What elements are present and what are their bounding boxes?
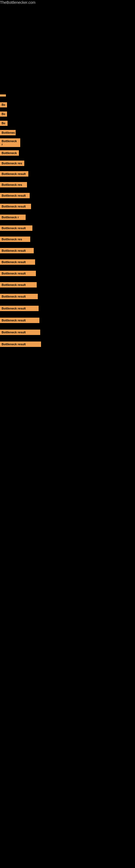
result-row-16: Bottleneck result — [0, 245, 135, 256]
result-label-7: Bottleneck — [0, 150, 19, 156]
result-row-3: Bo — [0, 109, 135, 119]
result-row-11: Bottleneck result — [0, 190, 135, 201]
result-row-2: Bo — [0, 100, 135, 109]
result-label-21: Bottleneck result — [0, 306, 39, 311]
result-row-22: Bottleneck result — [0, 314, 135, 326]
result-row-12: Bottleneck result — [0, 201, 135, 212]
result-label-3: Bo — [0, 112, 7, 117]
result-label-16: Bottleneck result — [0, 248, 34, 253]
result-row-1 — [0, 91, 135, 100]
result-label-19: Bottleneck result — [0, 282, 37, 287]
result-label-6: Bottleneck r — [0, 138, 20, 147]
result-label-13: Bottleneck r — [0, 215, 26, 220]
results-container: Bo Bo Bo Bottlenec Bottleneck r Bottlene… — [0, 90, 135, 350]
result-row-6: Bottleneck r — [0, 137, 135, 148]
result-label-24: Bottleneck result — [0, 341, 41, 347]
result-row-24: Bottleneck result — [0, 338, 135, 350]
result-row-8: Bottleneck res — [0, 158, 135, 168]
result-label-1 — [0, 94, 6, 97]
result-label-9: Bottleneck result — [0, 171, 28, 177]
result-label-20: Bottleneck result — [0, 294, 38, 299]
result-label-11: Bottleneck result — [0, 193, 30, 198]
site-title: TheBottlenecker.com — [0, 0, 135, 5]
result-label-10: Bottleneck res — [0, 182, 27, 187]
result-row-5: Bottlenec — [0, 128, 135, 137]
result-label-17: Bottleneck result — [0, 259, 35, 265]
result-label-8: Bottleneck res — [0, 161, 24, 166]
result-row-20: Bottleneck result — [0, 290, 135, 303]
result-label-23: Bottleneck result — [0, 330, 40, 335]
result-row-13: Bottleneck r — [0, 212, 135, 223]
result-label-4: Bo — [0, 121, 8, 126]
result-row-21: Bottleneck result — [0, 303, 135, 314]
result-row-4: Bo — [0, 119, 135, 128]
result-row-9: Bottleneck result — [0, 168, 135, 179]
result-label-18: Bottleneck result — [0, 271, 36, 276]
result-label-15: Bottleneck res — [0, 237, 30, 242]
result-row-19: Bottleneck result — [0, 279, 135, 290]
result-row-18: Bottleneck result — [0, 268, 135, 279]
result-label-12: Bottleneck result — [0, 204, 31, 209]
site-title-text: TheBottlenecker.com — [0, 0, 36, 6]
result-label-2: Bo — [0, 102, 7, 107]
result-label-5: Bottlenec — [0, 130, 16, 135]
result-row-23: Bottleneck result — [0, 326, 135, 338]
result-row-15: Bottleneck res — [0, 234, 135, 245]
chart-area — [0, 5, 135, 90]
result-row-14: Bottleneck result — [0, 223, 135, 234]
result-row-10: Bottleneck res — [0, 179, 135, 190]
result-row-17: Bottleneck result — [0, 256, 135, 268]
result-label-14: Bottleneck result — [0, 225, 32, 231]
result-label-22: Bottleneck result — [0, 318, 39, 323]
result-row-7: Bottleneck — [0, 148, 135, 158]
